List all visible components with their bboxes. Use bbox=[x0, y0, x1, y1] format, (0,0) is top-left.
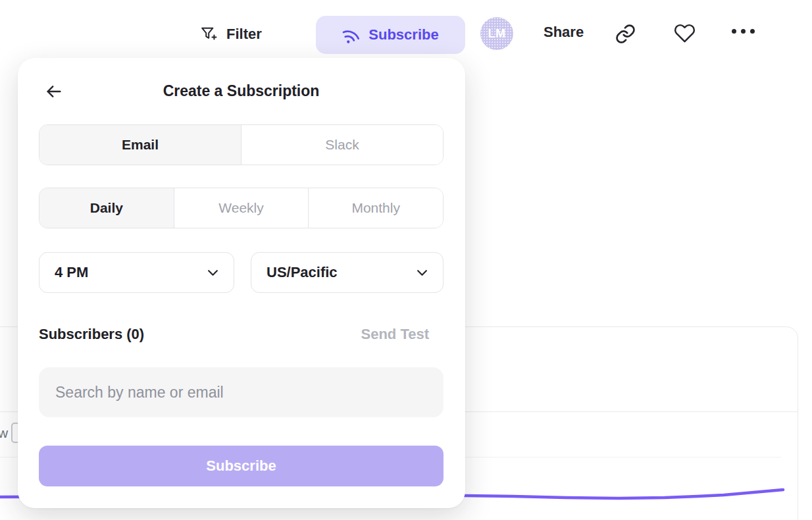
favorite-button[interactable] bbox=[673, 22, 696, 44]
subscribe-submit-button[interactable]: Subscribe bbox=[39, 446, 444, 486]
heart-icon bbox=[673, 22, 696, 44]
send-test-button[interactable]: Send Test bbox=[361, 326, 429, 343]
time-select-value: 4 PM bbox=[55, 264, 88, 281]
modal-title: Create a Subscription bbox=[163, 82, 320, 100]
modal-header: Create a Subscription bbox=[39, 58, 444, 124]
filter-button[interactable]: Filter bbox=[199, 20, 262, 49]
channel-tab-group: Email Slack bbox=[39, 124, 444, 165]
back-button[interactable] bbox=[43, 81, 67, 102]
ellipsis-icon bbox=[732, 29, 755, 34]
chevron-down-icon bbox=[417, 269, 428, 276]
schedule-row: 4 PM US/Pacific bbox=[39, 252, 444, 293]
filter-plus-icon bbox=[199, 25, 218, 43]
create-subscription-modal: Create a Subscription Email Slack Daily … bbox=[18, 58, 465, 508]
timezone-select-value: US/Pacific bbox=[266, 264, 338, 281]
arrow-left-icon bbox=[43, 82, 64, 101]
chevron-down-icon bbox=[207, 269, 218, 276]
copy-link-button[interactable] bbox=[615, 23, 636, 45]
filter-label: Filter bbox=[226, 26, 262, 43]
partial-row-text: w bbox=[0, 425, 8, 441]
time-select[interactable]: 4 PM bbox=[39, 252, 234, 293]
more-menu-button[interactable] bbox=[732, 29, 755, 34]
tab-monthly[interactable]: Monthly bbox=[308, 188, 443, 228]
timezone-select[interactable]: US/Pacific bbox=[251, 252, 444, 293]
avatar-initials: LM bbox=[488, 27, 506, 41]
link-icon bbox=[615, 23, 636, 45]
subscribe-toolbar-button[interactable]: Subscribe bbox=[316, 16, 465, 54]
frequency-tab-group: Daily Weekly Monthly bbox=[39, 188, 444, 228]
subscriber-search-input[interactable] bbox=[39, 367, 444, 417]
subscribers-label: Subscribers (0) bbox=[39, 326, 144, 343]
subscribers-row: Subscribers (0) Send Test bbox=[39, 325, 444, 344]
tab-slack[interactable]: Slack bbox=[241, 125, 443, 165]
share-button[interactable]: Share bbox=[544, 24, 584, 41]
tab-email[interactable]: Email bbox=[39, 125, 241, 165]
share-label: Share bbox=[544, 24, 584, 41]
tab-daily[interactable]: Daily bbox=[39, 188, 174, 228]
subscribe-toolbar-label: Subscribe bbox=[368, 26, 438, 43]
avatar[interactable]: LM bbox=[480, 17, 513, 50]
rss-icon bbox=[340, 23, 363, 46]
tab-weekly[interactable]: Weekly bbox=[174, 188, 309, 228]
